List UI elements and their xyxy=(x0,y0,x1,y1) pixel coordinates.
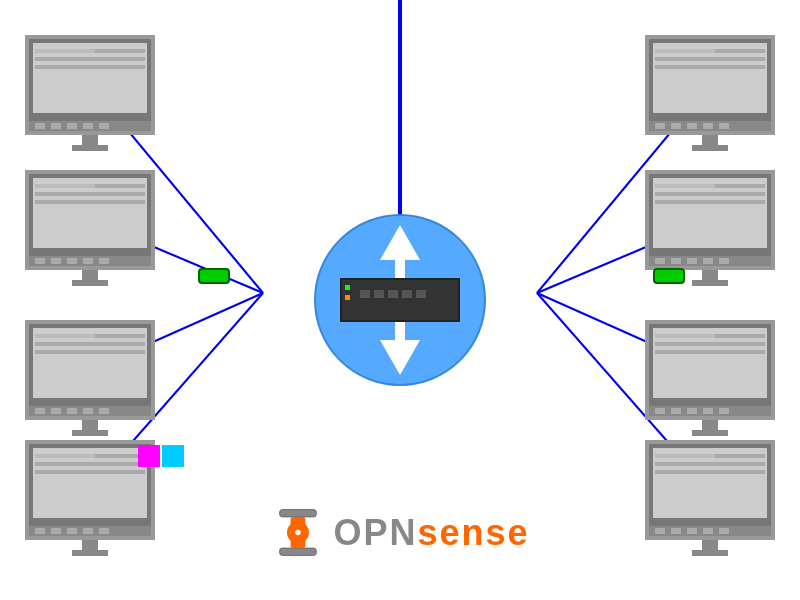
switch-right-label xyxy=(653,268,685,284)
svg-rect-1 xyxy=(280,548,317,555)
opnsense-logo: OPNsense xyxy=(270,505,529,560)
opnsense-text: OPNsense xyxy=(333,512,529,554)
svg-rect-0 xyxy=(280,510,317,517)
cyan-square xyxy=(162,445,184,467)
color-squares xyxy=(138,445,184,467)
pink-square xyxy=(138,445,160,467)
svg-point-4 xyxy=(295,530,301,536)
switch-left-label xyxy=(198,268,230,284)
opnsense-icon xyxy=(270,505,325,560)
